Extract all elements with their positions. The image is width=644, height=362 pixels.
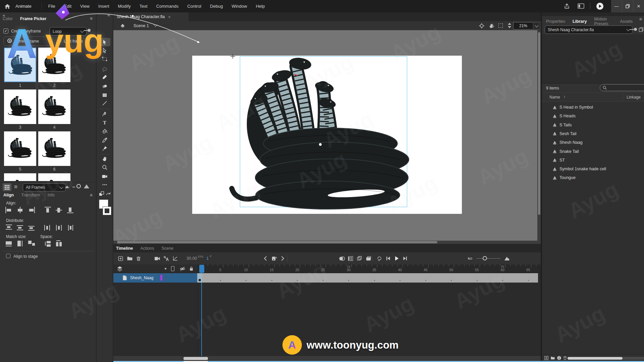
- more-tools-icon[interactable]: [99, 180, 110, 189]
- library-item-row[interactable]: S Heads: [542, 112, 644, 120]
- free-transform-tool-icon[interactable]: [99, 55, 110, 63]
- previous-keyframe-icon[interactable]: [261, 252, 270, 264]
- align-middle-v-icon[interactable]: [55, 207, 63, 214]
- library-item-name[interactable]: Toungue: [559, 175, 576, 180]
- tools-menu-icon[interactable]: ≡: [107, 12, 110, 18]
- reset-timeline-zoom-icon[interactable]: [466, 252, 474, 264]
- menu-edit[interactable]: Edit: [60, 0, 76, 12]
- graph-editor-icon[interactable]: [171, 252, 179, 264]
- pasteboard[interactable]: [113, 30, 541, 241]
- delete-layer-trash-icon[interactable]: [134, 252, 143, 264]
- text-tool-icon[interactable]: T: [99, 118, 110, 126]
- match-width-icon[interactable]: [5, 240, 13, 247]
- library-pin-knob-icon[interactable]: [634, 28, 637, 31]
- pin-panel-knob-icon[interactable]: [88, 29, 91, 32]
- tab-info[interactable]: Info: [48, 193, 55, 197]
- create-keyframe-checkbox[interactable]: ✓: [3, 28, 8, 34]
- align-left-icon[interactable]: [5, 207, 13, 214]
- document-tab[interactable]: Shesh Naag Character.fla ×: [113, 12, 189, 21]
- test-movie-play-button[interactable]: [596, 2, 604, 10]
- selection-tool-icon[interactable]: [99, 38, 110, 46]
- list-view-icon[interactable]: ≡: [14, 184, 17, 190]
- new-library-panel-icon[interactable]: [639, 27, 644, 32]
- distribute-bottom-icon[interactable]: [28, 225, 36, 231]
- layer-parenting-icon[interactable]: [162, 252, 171, 264]
- keyframe-dot[interactable]: [199, 279, 201, 281]
- loop-playback-icon[interactable]: [375, 252, 384, 264]
- frame-filter-dropdown[interactable]: All Frames: [23, 183, 66, 191]
- subselection-tool-icon[interactable]: [99, 46, 110, 55]
- distribute-top-icon[interactable]: [5, 225, 13, 231]
- column-name[interactable]: Name: [549, 95, 560, 100]
- collapse-grid-icon[interactable]: [65, 186, 69, 188]
- play-icon[interactable]: [392, 252, 401, 264]
- insert-frame-mode-icon[interactable]: [364, 252, 373, 264]
- shesh-naag-artwork[interactable]: [200, 54, 434, 215]
- timeline-h-scrollbar[interactable]: [113, 356, 541, 361]
- app-name[interactable]: Animate: [15, 4, 32, 9]
- library-item-name[interactable]: Snake Tail: [559, 149, 579, 154]
- match-height-icon[interactable]: [16, 240, 24, 247]
- zoom-tool-icon[interactable]: [99, 163, 110, 171]
- menu-control[interactable]: Control: [183, 0, 206, 12]
- layer-row[interactable]: Shesh_Naag: [113, 273, 197, 283]
- frame-thumbnail-7[interactable]: [4, 173, 36, 181]
- eraser-tool-icon[interactable]: [99, 81, 110, 90]
- zoom-step-down-icon[interactable]: [508, 26, 511, 28]
- rotate-canvas-arrow-icon[interactable]: [106, 191, 111, 196]
- delete-item-trash-icon[interactable]: [563, 356, 567, 360]
- panel-menu-icon[interactable]: ≡: [90, 16, 93, 21]
- line-tool-icon[interactable]: [99, 99, 110, 107]
- layer-name[interactable]: Shesh_Naag: [130, 276, 153, 280]
- grid-view-icon[interactable]: [3, 183, 11, 191]
- thumb-size-small-icon[interactable]: [72, 187, 75, 187]
- align-bottom-icon[interactable]: [67, 207, 75, 214]
- step-forward-icon[interactable]: [401, 252, 410, 264]
- highlight-layers-dot-icon[interactable]: [165, 268, 166, 269]
- loop-dropdown[interactable]: Loop: [50, 27, 87, 36]
- next-keyframe-icon[interactable]: [278, 252, 287, 264]
- new-folder-icon[interactable]: [125, 252, 134, 264]
- library-item-row[interactable]: S Tails: [542, 121, 644, 129]
- library-item-row[interactable]: Toungue: [542, 173, 644, 182]
- object-drawing-mode-icon[interactable]: [99, 191, 105, 197]
- timeline-zoom-handle[interactable]: [483, 256, 487, 260]
- library-item-name[interactable]: Symbol 1snake hade cell: [559, 167, 606, 171]
- zoom-step-up-icon[interactable]: [508, 23, 511, 25]
- timeline-scroll-thumb[interactable]: [183, 357, 208, 360]
- library-item-name[interactable]: S Heads: [559, 114, 576, 118]
- stage-v-scrollbar[interactable]: [537, 30, 541, 241]
- layer-outline-color-swatch[interactable]: [160, 275, 162, 281]
- library-item-row[interactable]: ST: [542, 156, 644, 165]
- tab-motion-presets[interactable]: Motion Presets: [594, 17, 612, 26]
- zoom-dropdown[interactable]: [533, 22, 540, 29]
- timeline-zoom-slider[interactable]: [476, 258, 500, 259]
- eyedropper-tool-icon[interactable]: [99, 136, 110, 144]
- hand-tool-icon[interactable]: [99, 155, 110, 163]
- frame-thumbnail-1[interactable]: [4, 48, 36, 82]
- camera-tool-icon[interactable]: [99, 172, 110, 180]
- menu-insert[interactable]: Insert: [94, 0, 114, 12]
- stage-h-scrollbar[interactable]: [113, 241, 541, 244]
- fill-color-swatch[interactable]: [103, 207, 111, 215]
- onion-skin-icon[interactable]: [337, 252, 346, 264]
- onion-skin-outlines-icon[interactable]: [346, 252, 355, 264]
- tab-library[interactable]: Library: [573, 19, 587, 24]
- match-both-icon[interactable]: [28, 240, 36, 247]
- align-top-icon[interactable]: [44, 207, 52, 214]
- library-item-row[interactable]: S Head in Symbol: [542, 103, 644, 112]
- zoom-level-input[interactable]: 21%: [513, 22, 533, 29]
- align-panel-menu-icon[interactable]: ≡: [90, 192, 93, 198]
- library-item-name[interactable]: S Tails: [559, 123, 572, 127]
- layer-frames-band[interactable]: [197, 273, 538, 283]
- hide-layers-eye-icon[interactable]: [179, 266, 185, 272]
- clip-content-icon[interactable]: [498, 23, 503, 28]
- edit-multiple-frames-icon[interactable]: [355, 252, 364, 264]
- edit-scene-clover-icon[interactable]: ♣: [121, 22, 124, 29]
- minimize-button[interactable]: —: [611, 0, 622, 12]
- tab-timeline[interactable]: Timeline: [116, 246, 133, 251]
- menu-debug[interactable]: Debug: [206, 0, 227, 12]
- menu-modify[interactable]: Modify: [114, 0, 135, 12]
- library-search-input[interactable]: [600, 84, 644, 91]
- menu-file[interactable]: File: [44, 0, 60, 12]
